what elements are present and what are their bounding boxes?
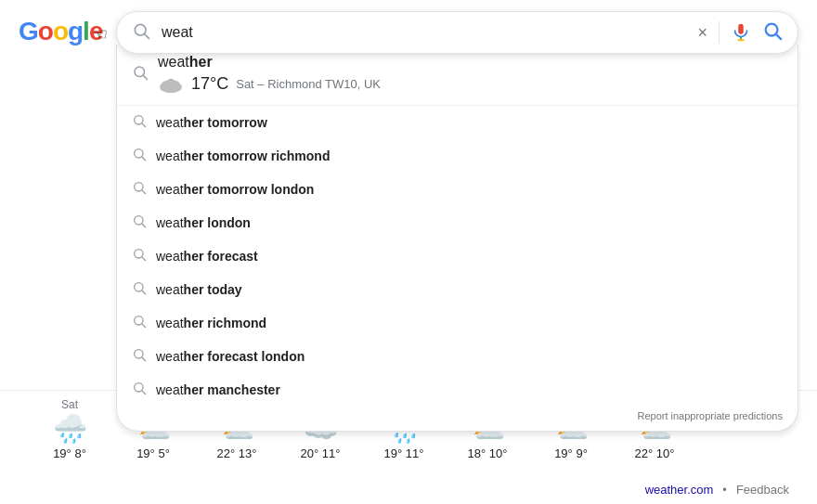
suggestion-icon-8 (132, 381, 147, 399)
cursor-pointer: ☞ (93, 24, 108, 45)
svg-line-24 (142, 291, 146, 294)
autocomplete-dropdown: weather 17°C Sat – Richmond TW10, UK wea… (116, 45, 798, 432)
suggestion-item[interactable]: weather tomorrow richmond (117, 139, 798, 173)
report-link[interactable]: Report inappropriate predictions (117, 407, 798, 423)
svg-point-12 (166, 78, 175, 87)
forecast-day-0: Sat 🌧️ 19° 8° (28, 398, 111, 460)
forecast-temps-0: 19° 8° (53, 446, 86, 460)
weather-location: Sat – Richmond TW10, UK (236, 77, 381, 91)
footer-bar: weather.com • Feedback (645, 483, 789, 497)
suggestion-text-1: weather tomorrow richmond (156, 149, 330, 163)
suggestion-text-3: weather london (156, 215, 251, 230)
svg-line-26 (142, 324, 146, 328)
suggestion-icon-0 (132, 113, 147, 132)
suggestion-text-0: weather tomorrow (156, 115, 267, 130)
forecast-temps-1: 19° 5° (136, 446, 170, 460)
suggestion-item[interactable]: weather london (117, 206, 798, 239)
forecast-temps-3: 20° 11° (301, 446, 341, 460)
forecast-temps-6: 19° 9° (554, 446, 588, 460)
forecast-icon-0: 🌧️ (53, 415, 87, 443)
suggestion-text-2: weather tomorrow london (156, 182, 314, 197)
feedback-link[interactable]: Feedback (736, 483, 789, 497)
svg-line-1 (145, 33, 149, 38)
mic-icon[interactable] (731, 22, 751, 43)
search-box[interactable]: weat × (116, 11, 798, 54)
weather-card-search-icon (132, 64, 149, 84)
suggestion-icon-3 (132, 213, 147, 232)
weather-info: 17°C Sat – Richmond TW10, UK (158, 74, 381, 94)
svg-rect-2 (738, 24, 744, 34)
forecast-temps-4: 19° 11° (384, 446, 424, 460)
suggestion-text-4: weather forecast (156, 249, 258, 264)
suggestion-icon-1 (132, 147, 147, 165)
svg-line-14 (142, 123, 146, 127)
suggestion-icon-6 (132, 314, 147, 332)
svg-line-8 (143, 75, 147, 79)
suggestion-item[interactable]: weather manchester (117, 373, 798, 407)
svg-line-30 (142, 391, 146, 394)
forecast-temps-5: 18° 10° (468, 446, 508, 460)
weather-com-link[interactable]: weather.com (645, 483, 714, 497)
weather-title-suffix: her (189, 54, 213, 70)
svg-line-18 (142, 190, 146, 194)
forecast-temps-7: 22° 10° (635, 446, 675, 460)
weather-card-content: weather 17°C Sat – Richmond TW10, UK (158, 54, 381, 94)
svg-line-22 (142, 257, 146, 261)
search-icon-left (132, 21, 150, 45)
suggestion-text-8: weather manchester (156, 382, 280, 397)
suggestion-icon-7 (132, 347, 147, 366)
search-icons-right: × (697, 20, 783, 45)
suggestion-icon-4 (132, 247, 147, 265)
suggestion-text-6: weather richmond (156, 316, 266, 330)
suggestion-item[interactable]: weather richmond (117, 306, 798, 340)
weather-title-prefix: weat (158, 54, 189, 70)
suggestion-item[interactable]: weather forecast (117, 239, 798, 273)
suggestion-icon-5 (132, 280, 147, 299)
google-logo: Google (19, 17, 102, 46)
divider (719, 21, 720, 44)
weather-title: weather (158, 54, 381, 71)
svg-line-20 (142, 224, 146, 227)
svg-line-28 (142, 357, 146, 361)
cloud-icon (158, 75, 184, 94)
search-input[interactable]: weat (162, 24, 697, 41)
forecast-day-label-0: Sat (61, 398, 78, 411)
suggestion-text-5: weather today (156, 282, 242, 297)
temperature: 17°C (191, 74, 228, 94)
suggestion-item[interactable]: weather tomorrow (117, 106, 798, 139)
suggestion-item[interactable]: weather today (117, 273, 798, 306)
footer-separator: • (722, 483, 727, 497)
search-button[interactable] (762, 20, 783, 45)
suggestion-text-7: weather forecast london (156, 349, 305, 364)
suggestion-icon-2 (132, 180, 147, 199)
svg-line-16 (142, 157, 146, 161)
suggestion-item[interactable]: weather forecast london (117, 340, 798, 373)
forecast-temps-2: 22° 13° (217, 446, 257, 460)
suggestion-item[interactable]: weather tomorrow london (117, 173, 798, 206)
clear-icon[interactable]: × (697, 23, 707, 43)
svg-line-6 (776, 34, 781, 39)
